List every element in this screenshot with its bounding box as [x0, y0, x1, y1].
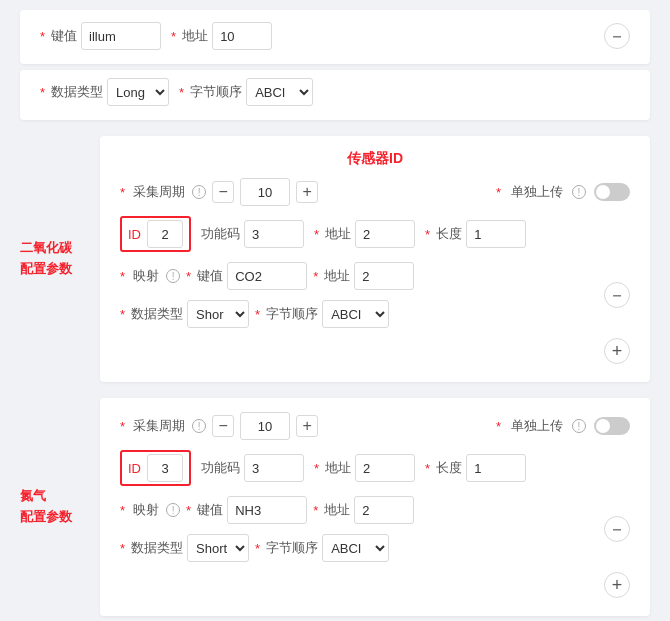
- co2-id-input[interactable]: [147, 220, 183, 248]
- data-type-select[interactable]: LongShortFloat: [107, 78, 169, 106]
- nh3-map-addr-label: 地址: [324, 501, 350, 519]
- co2-dtype-group: * 数据类型 ShorShortLong: [120, 300, 249, 328]
- nh3-addr-label: 地址: [325, 459, 351, 477]
- co2-func-label: 功能码: [201, 225, 240, 243]
- co2-addr-label: 地址: [325, 225, 351, 243]
- co2-id-label: ID: [128, 227, 141, 242]
- data-type-label: 数据类型: [51, 83, 103, 101]
- nh3-addr-group: * 地址: [314, 454, 415, 482]
- nh3-dtype-group: * 数据类型 ShortLongFloat: [120, 534, 249, 562]
- nh3-add-button[interactable]: +: [604, 572, 630, 598]
- co2-func-group: 功能码: [201, 220, 304, 248]
- co2-byteorder-group: * 字节顺序 ABCIABCD: [255, 300, 389, 328]
- nh3-cycle-minus-btn[interactable]: −: [212, 415, 234, 437]
- nh3-func-label: 功能码: [201, 459, 240, 477]
- nh3-mapping-info-icon[interactable]: !: [166, 503, 180, 517]
- co2-map-addr-input[interactable]: [354, 262, 414, 290]
- nh3-dtype-select[interactable]: ShortLongFloat: [187, 534, 249, 562]
- co2-key-label: 键值: [197, 267, 223, 285]
- nh3-mapping-label: 映射: [133, 501, 159, 519]
- byte-order-group: * 字节顺序 ABCIABCDDCBA: [179, 78, 313, 106]
- co2-cycle-plus-btn[interactable]: +: [296, 181, 318, 203]
- addr-label: 地址: [182, 27, 208, 45]
- nh3-length-group: * 长度: [425, 454, 526, 482]
- nh3-cycle-row: * 采集周期 ! − + * 单独上传 !: [120, 412, 630, 440]
- required-star-3: *: [40, 85, 45, 100]
- nh3-datatype-row: * 数据类型 ShortLongFloat * 字节顺序 ABCIABCD: [120, 534, 594, 562]
- addr-field-group: * 地址: [171, 22, 272, 50]
- key-label: 键值: [51, 27, 77, 45]
- nh3-cycle-label: 采集周期: [133, 417, 185, 435]
- co2-mapping-row: * 映射 ! * 键值 * 地址: [120, 262, 594, 290]
- nh3-minus-button[interactable]: －: [604, 516, 630, 542]
- co2-addr-group: * 地址: [314, 220, 415, 248]
- required-star-2: *: [171, 29, 176, 44]
- nh3-id-label: ID: [128, 461, 141, 476]
- key-field-group: * 键值: [40, 22, 161, 50]
- co2-cycle-input[interactable]: [240, 178, 290, 206]
- co2-dtype-label: 数据类型: [131, 305, 183, 323]
- nh3-id-row: ID 功能码 * 地址 * 长度: [120, 450, 630, 486]
- nh3-single-upload-label: 单独上传: [511, 417, 563, 435]
- co2-map-addr-group: * 地址: [313, 262, 414, 290]
- co2-cycle-info-icon[interactable]: !: [192, 185, 206, 199]
- nh3-key-input[interactable]: [227, 496, 307, 524]
- nh3-key-group: * 键值: [186, 496, 307, 524]
- nh3-byteorder-group: * 字节顺序 ABCIABCD: [255, 534, 389, 562]
- co2-cycle-row: * 采集周期 ! − + * 单独上传 !: [120, 178, 630, 206]
- nh3-cycle-input[interactable]: [240, 412, 290, 440]
- nh3-mapping-row: * 映射 ! * 键值 * 地址: [120, 496, 594, 524]
- nh3-length-input[interactable]: [466, 454, 526, 482]
- nh3-cycle-info-icon[interactable]: !: [192, 419, 206, 433]
- nh3-byteorder-select[interactable]: ABCIABCD: [322, 534, 389, 562]
- co2-length-group: * 长度: [425, 220, 526, 248]
- nh3-upload-info-icon[interactable]: !: [572, 419, 586, 433]
- co2-left-label: 二氧化碳 配置参数: [20, 238, 72, 280]
- co2-key-group: * 键值: [186, 262, 307, 290]
- byte-order-label: 字节顺序: [190, 83, 242, 101]
- co2-length-label: 长度: [436, 225, 462, 243]
- co2-addr-input[interactable]: [355, 220, 415, 248]
- co2-mapping-info-icon[interactable]: !: [166, 269, 180, 283]
- nh3-single-upload-toggle[interactable]: [594, 417, 630, 435]
- co2-single-upload-label: 单独上传: [511, 183, 563, 201]
- key-input[interactable]: [81, 22, 161, 50]
- co2-add-button[interactable]: +: [604, 338, 630, 364]
- addr-input[interactable]: [212, 22, 272, 50]
- co2-id-box: ID: [120, 216, 191, 252]
- nh3-dtype-label: 数据类型: [131, 539, 183, 557]
- nh3-func-group: 功能码: [201, 454, 304, 482]
- nh3-length-label: 长度: [436, 459, 462, 477]
- co2-single-upload-toggle[interactable]: [594, 183, 630, 201]
- nh3-left-label: 氮气 配置参数: [20, 486, 72, 528]
- nh3-id-box: ID: [120, 450, 191, 486]
- nh3-byteorder-label: 字节顺序: [266, 539, 318, 557]
- nh3-map-addr-input[interactable]: [354, 496, 414, 524]
- co2-sensor-id-title: 传感器ID: [120, 150, 630, 168]
- nh3-key-label: 键值: [197, 501, 223, 519]
- co2-minus-button[interactable]: －: [604, 282, 630, 308]
- co2-cycle-label: 采集周期: [133, 183, 185, 201]
- co2-cycle-minus-btn[interactable]: −: [212, 181, 234, 203]
- co2-func-input[interactable]: [244, 220, 304, 248]
- co2-upload-info-icon[interactable]: !: [572, 185, 586, 199]
- co2-key-input[interactable]: [227, 262, 307, 290]
- co2-dtype-select[interactable]: ShorShortLong: [187, 300, 249, 328]
- data-type-group: * 数据类型 LongShortFloat: [40, 78, 169, 106]
- top-minus-button[interactable]: －: [604, 23, 630, 49]
- nh3-id-input[interactable]: [147, 454, 183, 482]
- nh3-map-addr-group: * 地址: [313, 496, 414, 524]
- co2-id-row: ID 功能码 * 地址 * 长度: [120, 216, 630, 252]
- co2-map-addr-label: 地址: [324, 267, 350, 285]
- nh3-addr-input[interactable]: [355, 454, 415, 482]
- co2-length-input[interactable]: [466, 220, 526, 248]
- required-star-4: *: [179, 85, 184, 100]
- co2-mapping-label: 映射: [133, 267, 159, 285]
- nh3-cycle-plus-btn[interactable]: +: [296, 415, 318, 437]
- co2-byteorder-select[interactable]: ABCIABCD: [322, 300, 389, 328]
- required-star: *: [40, 29, 45, 44]
- nh3-func-input[interactable]: [244, 454, 304, 482]
- byte-order-select[interactable]: ABCIABCDDCBA: [246, 78, 313, 106]
- co2-datatype-row: * 数据类型 ShorShortLong * 字节顺序 ABCIABCD: [120, 300, 594, 328]
- co2-byteorder-label: 字节顺序: [266, 305, 318, 323]
